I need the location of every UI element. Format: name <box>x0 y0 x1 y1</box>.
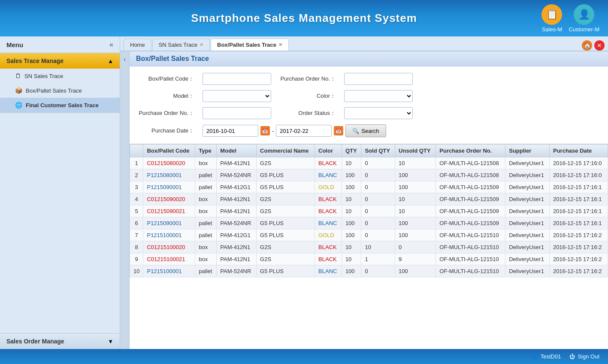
cell-model: PAM-412N1 <box>217 205 257 217</box>
table-row[interactable]: 5 C01215090021 box PAM-412N1 G2S BLACK 1… <box>130 205 608 217</box>
table-row[interactable]: 7 P1215100001 pallet PAM-412G1 G5 PLUS G… <box>130 229 608 241</box>
cell-code: P1215100001 <box>143 265 195 277</box>
search-button-label: Search <box>361 128 379 134</box>
cell-supplier: DeliveryUser1 <box>505 253 550 265</box>
table-row[interactable]: 1 C01215080020 box PAM-412N1 G2S BLACK 1… <box>130 157 608 169</box>
cell-num: 7 <box>130 229 143 241</box>
color-select[interactable] <box>344 90 413 102</box>
cell-num: 9 <box>130 253 143 265</box>
date-from-calendar-icon[interactable]: 📅 <box>260 126 270 135</box>
model-select[interactable] <box>203 90 271 102</box>
cell-code: C01215100020 <box>143 241 195 253</box>
customer-m-button[interactable]: 👤 Customer-M <box>569 4 599 33</box>
user-icon: 👤 <box>531 353 538 360</box>
cell-unsold-qty: 10 <box>395 193 436 205</box>
cell-type: pallet <box>195 229 217 241</box>
cell-qty: 10 <box>342 241 361 253</box>
date-from-input[interactable] <box>203 125 258 137</box>
cell-purchase-date: 2016-12-15 17:16:0 <box>549 169 608 181</box>
cell-model: PAM-524NR <box>217 169 257 181</box>
page-collapse-button[interactable]: › <box>120 51 130 349</box>
cell-code: P1215090001 <box>143 217 195 229</box>
cell-commercial-name: G5 PLUS <box>257 217 315 229</box>
order-status-select[interactable] <box>344 107 413 119</box>
sidebar-item-sn-sales-trace[interactable]: 🗒 SN Sales Trace <box>0 69 120 83</box>
cell-purchase-date: 2016-12-15 17:16:1 <box>549 217 608 229</box>
sidebar-section-collapse-icon: ▲ <box>108 58 113 64</box>
box-pallet-code-input[interactable] <box>203 73 271 85</box>
form-row-3: Purchase Order No.： Order Status： <box>138 107 599 119</box>
cell-code: P1215100001 <box>143 229 195 241</box>
cell-type: box <box>195 157 217 169</box>
cell-sold-qty: 0 <box>361 181 395 193</box>
tab-box-pallet-close-icon[interactable]: ✕ <box>278 42 282 48</box>
th-model: Model <box>217 144 257 157</box>
th-purchase-date: Purchase Date <box>549 144 608 157</box>
cell-commercial-name: G2S <box>257 157 315 169</box>
close-button[interactable]: ✕ <box>594 40 605 51</box>
cell-code: P1215090001 <box>143 181 195 193</box>
cell-unsold-qty: 100 <box>395 169 436 181</box>
sidebar-collapse-button[interactable]: « <box>109 41 113 48</box>
table-row[interactable]: 9 C01215100021 box PAM-412N1 G2S BLACK 1… <box>130 253 608 265</box>
th-commercial-name: Commercial Name <box>257 144 315 157</box>
search-button[interactable]: 🔍 Search <box>345 124 386 137</box>
sidebar-section-header-sales-trace[interactable]: Sales Trace Manage ▲ <box>0 53 120 69</box>
box-pallet-icon: 📦 <box>15 87 22 94</box>
sidebar-menu-label: Menu <box>6 41 23 48</box>
cell-po-no: OF-MULTI-ALG-121510 <box>436 253 505 265</box>
table-row[interactable]: 2 P1215080001 pallet PAM-524NR G5 PLUS B… <box>130 169 608 181</box>
cell-color: BLANC <box>315 169 342 181</box>
sidebar-section-header-sales-order[interactable]: Sales Order Manage ▼ <box>0 333 120 349</box>
date-to-input[interactable] <box>276 125 332 137</box>
cell-qty: 100 <box>342 265 361 277</box>
home-button[interactable]: 🏠 <box>582 40 592 51</box>
sidebar-item-box-pallet-sales-trace[interactable]: 📦 Box/Pallet Sales Trace <box>0 83 120 98</box>
table-row[interactable]: 8 C01215100020 box PAM-412N1 G2S BLACK 1… <box>130 241 608 253</box>
cell-unsold-qty: 9 <box>395 253 436 265</box>
cell-po-no: OF-MULTI-ALG-121508 <box>436 169 505 181</box>
footer-signout-button[interactable]: ⏻ Sign Out <box>569 353 599 360</box>
table-row[interactable]: 10 P1215100001 pallet PAM-524NR G5 PLUS … <box>130 265 608 277</box>
sales-m-button[interactable]: 📋 Sales-M <box>541 4 562 33</box>
cell-type: pallet <box>195 181 217 193</box>
tab-sn-sales-trace-close-icon[interactable]: ✕ <box>200 42 203 48</box>
sales-m-label: Sales-M <box>542 26 563 33</box>
tab-box-pallet-sales-trace[interactable]: Box/Pallet Sales Trace ✕ <box>211 39 289 51</box>
table-row[interactable]: 3 P1215090001 pallet PAM-412G1 G5 PLUS G… <box>130 181 608 193</box>
tabs-bar: Home SN Sales Trace ✕ Box/Pallet Sales T… <box>120 36 608 51</box>
cell-num: 5 <box>130 205 143 217</box>
cell-supplier: DeliveryUser1 <box>505 265 550 277</box>
color-label: Color： <box>280 92 336 100</box>
th-code: Box/Pallet Code <box>143 144 195 157</box>
cell-unsold-qty: 0 <box>395 241 436 253</box>
signout-label: Sign Out <box>578 353 599 360</box>
search-form: Box/Pallet Code： Purchase Order No.： Mod… <box>130 66 608 144</box>
table-row[interactable]: 4 C01215090020 box PAM-412N1 G2S BLACK 1… <box>130 193 608 205</box>
cell-commercial-name: G5 PLUS <box>257 169 315 181</box>
date-to-calendar-icon[interactable]: 📅 <box>334 126 343 135</box>
cell-code: C01215090021 <box>143 205 195 217</box>
signout-icon: ⏻ <box>569 353 575 360</box>
sidebar-item-final-customer-sales-trace[interactable]: 🌐 Final Customer Sales Trace <box>0 98 120 112</box>
table-row[interactable]: 6 P1215090001 pallet PAM-524NR G5 PLUS B… <box>130 217 608 229</box>
sidebar: Menu « Sales Trace Manage ▲ 🗒 SN Sales T… <box>0 36 120 349</box>
cell-color: BLACK <box>315 157 342 169</box>
cell-purchase-date: 2016-12-15 17:16:0 <box>549 157 608 169</box>
cell-num: 1 <box>130 157 143 169</box>
cell-qty: 10 <box>342 253 361 265</box>
cell-type: pallet <box>195 217 217 229</box>
form-row-2: Model： Color： <box>138 90 599 102</box>
form-row-4: Purchase Date： 📅 - 📅 🔍 Search <box>138 124 599 137</box>
tab-home[interactable]: Home <box>124 39 151 51</box>
purchase-order-no-input[interactable] <box>344 73 413 85</box>
tab-box-pallet-sales-trace-label: Box/Pallet Sales Trace <box>217 42 276 48</box>
content-area: Home SN Sales Trace ✕ Box/Pallet Sales T… <box>120 36 608 349</box>
tab-sn-sales-trace[interactable]: SN Sales Trace ✕ <box>152 39 210 51</box>
cell-purchase-date: 2016-12-15 17:16:2 <box>549 265 608 277</box>
cell-qty: 10 <box>342 193 361 205</box>
purchase-order-no2-input[interactable] <box>203 107 271 119</box>
sidebar-section-sales-order-icon: ▼ <box>108 338 113 345</box>
cell-po-no: OF-MULTI-ALG-121509 <box>436 193 505 205</box>
cell-commercial-name: G2S <box>257 253 315 265</box>
